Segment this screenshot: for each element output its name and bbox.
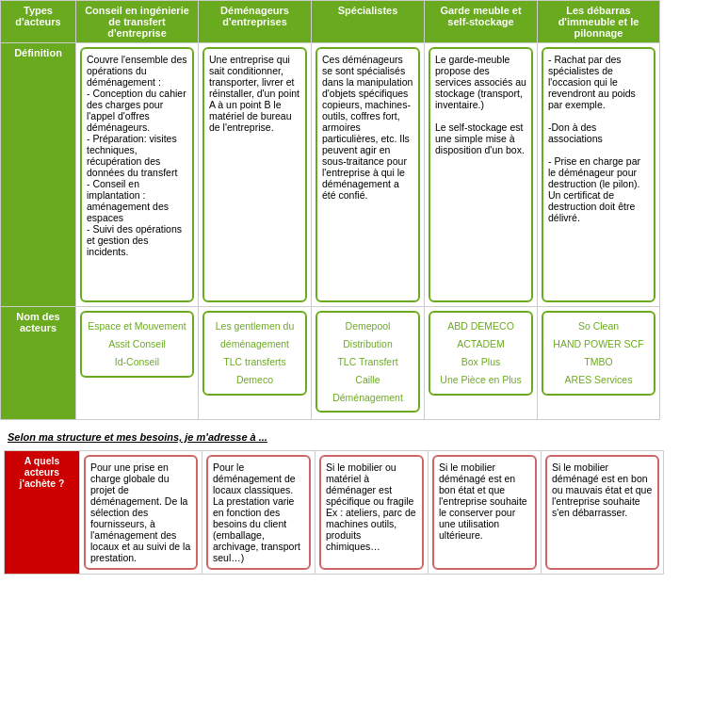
definition-conseil: Couvre l'ensemble des opérations du démé…: [76, 43, 199, 307]
actor-spec-1: Demepool Distribution: [343, 320, 393, 349]
actors-conseil: Espace et Mouvement Assit Conseil Id-Con…: [76, 307, 199, 420]
definition-specialistes-inner: Ces déménageurs se sont spécialisés dans…: [315, 47, 420, 302]
bottom-text-1: Pour une prise en charge globale du proj…: [90, 462, 190, 563]
bottom-text-2: Pour le déménagement de locaux classique…: [213, 462, 300, 563]
actor-conseil-3: Id-Conseil: [115, 356, 159, 367]
actors-specialistes: Demepool Distribution TLC Transfert Cail…: [312, 307, 425, 420]
bottom-section: Selon ma structure et mes besoins, je m'…: [0, 428, 728, 578]
actor-deb-1: So Clean: [578, 320, 619, 332]
actor-spec-3: Caille Déménagement: [332, 374, 403, 403]
definition-garde-meuble-text: Le garde-meuble propose des services ass…: [435, 54, 526, 155]
definition-specialistes: Ces déménageurs se sont spécialisés dans…: [312, 43, 425, 307]
actors-specialistes-inner: Demepool Distribution TLC Transfert Cail…: [315, 311, 420, 413]
bottom-text-4: Si le mobilier déménagé est en bon état …: [439, 462, 527, 541]
actor-dem-3: Demeco: [236, 374, 273, 385]
actors-conseil-inner: Espace et Mouvement Assit Conseil Id-Con…: [80, 311, 194, 378]
actors-debarras: So Clean HAND POWER SCF TMBO ARES Servic…: [538, 307, 660, 420]
definition-debarras-text: - Rachat par des spécialistes de l'occas…: [548, 54, 640, 223]
bottom-cell-3-inner: Si le mobilier ou matériel à déménager e…: [319, 455, 424, 570]
bottom-cell-4-inner: Si le mobilier déménagé est en bon état …: [432, 455, 537, 570]
definition-demenageurs-text: Une entreprise qui sait conditionner, tr…: [209, 54, 299, 133]
definition-label: Définition: [1, 43, 76, 307]
definition-garde-meuble: Le garde-meuble propose des services ass…: [425, 43, 538, 307]
bottom-table: A quels acteurs j'achète ? Pour une pris…: [4, 450, 728, 575]
actor-gm-2: ACTADEM: [457, 338, 505, 349]
actor-gm-1: ABD DEMECO: [447, 320, 514, 332]
bottom-row-label: A quels acteurs j'achète ?: [5, 451, 80, 575]
actor-conseil-2: Assit Conseil: [108, 338, 166, 349]
main-table: Types d'acteurs Conseil en ingénierie de…: [0, 0, 728, 420]
bottom-cell-5-inner: Si le mobilier déménagé est en bon ou ma…: [545, 455, 659, 570]
bottom-text-5: Si le mobilier déménagé est en bon ou ma…: [552, 462, 652, 518]
bottom-cell-5: Si le mobilier déménagé est en bon ou ma…: [542, 451, 664, 575]
header-demenageurs: Déménageurs d'entreprises: [199, 1, 312, 43]
actor-deb-4: ARES Services: [565, 374, 633, 385]
header-garde-meuble: Garde meuble et self-stockage: [425, 1, 538, 43]
definition-conseil-text: Couvre l'ensemble des opérations du démé…: [87, 54, 186, 257]
definition-debarras: - Rachat par des spécialistes de l'occas…: [538, 43, 660, 307]
header-conseil: Conseil en ingénierie de transfert d'ent…: [76, 1, 199, 43]
actors-demenageurs: Les gentlemen du déménagement TLC transf…: [199, 307, 312, 420]
bottom-title: Selon ma structure et mes besoins, je m'…: [4, 431, 724, 443]
definition-specialistes-text: Ces déménageurs se sont spécialisés dans…: [322, 54, 413, 201]
definition-demenageurs: Une entreprise qui sait conditionner, tr…: [199, 43, 312, 307]
header-specialistes: Spécialistes: [312, 1, 425, 43]
actors-garde-meuble: ABD DEMECO ACTADEM Box Plus Une Pièce en…: [425, 307, 538, 420]
actor-deb-2: HAND POWER SCF: [553, 338, 643, 349]
actors-garde-meuble-inner: ABD DEMECO ACTADEM Box Plus Une Pièce en…: [429, 311, 533, 396]
bottom-cell-1-inner: Pour une prise en charge globale du proj…: [84, 455, 198, 570]
bottom-cell-3: Si le mobilier ou matériel à déménager e…: [315, 451, 429, 575]
actor-spec-2: TLC Transfert: [337, 356, 397, 367]
actor-dem-1: Les gentlemen du déménagement: [216, 320, 294, 349]
actor-dem-2: TLC transferts: [223, 356, 286, 367]
bottom-cell-2: Pour le déménagement de locaux classique…: [202, 451, 315, 575]
actors-label: Nom des acteurs: [1, 307, 76, 420]
actor-gm-4: Une Pièce en Plus: [440, 374, 521, 385]
actors-debarras-inner: So Clean HAND POWER SCF TMBO ARES Servic…: [542, 311, 655, 396]
definition-debarras-inner: - Rachat par des spécialistes de l'occas…: [542, 47, 655, 302]
definition-conseil-inner: Couvre l'ensemble des opérations du démé…: [80, 47, 194, 302]
bottom-cell-2-inner: Pour le déménagement de locaux classique…: [206, 455, 311, 570]
definition-demenageurs-inner: Une entreprise qui sait conditionner, tr…: [202, 47, 307, 302]
actors-demenageurs-inner: Les gentlemen du déménagement TLC transf…: [202, 311, 307, 396]
definition-garde-meuble-inner: Le garde-meuble propose des services ass…: [429, 47, 533, 302]
bottom-text-3: Si le mobilier ou matériel à déménager e…: [326, 462, 416, 552]
bottom-cell-1: Pour une prise en charge globale du proj…: [80, 451, 202, 575]
header-types: Types d'acteurs: [1, 1, 76, 43]
actor-gm-3: Box Plus: [461, 356, 500, 367]
bottom-cell-4: Si le mobilier déménagé est en bon état …: [429, 451, 542, 575]
actor-deb-3: TMBO: [584, 356, 612, 367]
header-debarras: Les débarras d'immeuble et le pilonnage: [538, 1, 660, 43]
actor-conseil-1: Espace et Mouvement: [88, 320, 186, 332]
